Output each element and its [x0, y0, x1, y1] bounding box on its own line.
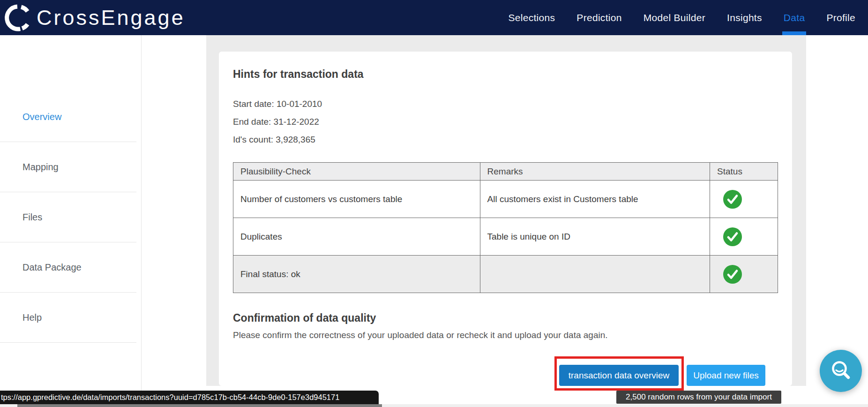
sidebar: Overview Mapping Files Data Package Help: [0, 35, 142, 407]
sidebar-item-mapping[interactable]: Mapping: [0, 142, 136, 192]
table-row-final-status: Final status: ok: [233, 256, 778, 293]
upload-new-files-button[interactable]: Upload new files: [687, 365, 765, 386]
import-info: Start date: 10-01-2010 End date: 31-12-2…: [233, 98, 778, 146]
start-date-line: Start date: 10-01-2010: [233, 98, 778, 111]
transaction-data-overview-button[interactable]: transaction data overview: [559, 365, 679, 386]
confirmation-title: Confirmation of data quality: [233, 312, 778, 324]
nav-item-selections[interactable]: Selections: [508, 0, 555, 35]
horizontal-scrollbar[interactable]: [0, 404, 868, 407]
screen: CrossEngage Selections Prediction Model …: [0, 0, 868, 407]
table-row: Duplicates Table is unique on ID: [233, 218, 778, 256]
nav-item-data[interactable]: Data: [784, 0, 805, 35]
crossengage-logo-icon: [4, 3, 33, 32]
hints-card: Hints for transaction data Start date: 1…: [219, 52, 792, 386]
top-navbar: CrossEngage Selections Prediction Model …: [0, 0, 868, 35]
header-remarks: Remarks: [480, 163, 710, 181]
status-cell: [710, 181, 778, 218]
plausibility-cell: Number of customers vs customers table: [233, 181, 480, 218]
nav-item-profile[interactable]: Profile: [826, 0, 855, 35]
sidebar-item-help[interactable]: Help: [0, 293, 136, 343]
ids-count-line: Id's count: 3,928,365: [233, 133, 778, 146]
status-ok-check-icon: [723, 190, 742, 209]
remarks-cell: All customers exist in Customers table: [480, 181, 710, 218]
status-ok-check-icon: [723, 265, 742, 284]
plausibility-cell: Duplicates: [233, 218, 480, 256]
header-plausibility-check: Plausibility-Check: [233, 163, 480, 181]
nav-item-model-builder[interactable]: Model Builder: [644, 0, 705, 35]
browser-status-bar: tps://app.gpredictive.de/data/imports/tr…: [0, 391, 379, 404]
status-ok-check-icon: [723, 227, 742, 246]
nav-item-prediction[interactable]: Prediction: [576, 0, 621, 35]
status-cell: [710, 256, 778, 293]
sidebar-item-files[interactable]: Files: [0, 192, 136, 242]
sidebar-item-overview[interactable]: Overview: [0, 92, 136, 142]
brand[interactable]: CrossEngage: [4, 0, 185, 35]
tooltip: 2,500 random rows from your data import: [616, 391, 781, 404]
remarks-cell: [480, 256, 710, 293]
status-cell: [710, 218, 778, 256]
primary-nav: Selections Prediction Model Builder Insi…: [508, 0, 855, 35]
plausibility-table: Plausibility-Check Remarks Status Number…: [233, 162, 778, 293]
nav-item-insights[interactable]: Insights: [727, 0, 762, 35]
sidebar-item-data-package[interactable]: Data Package: [0, 242, 136, 293]
brand-name: CrossEngage: [37, 0, 185, 35]
magnifier-smile-icon: [829, 359, 853, 383]
table-row: Number of customers vs customers table A…: [233, 181, 778, 218]
feedback-fab-button[interactable]: [820, 350, 862, 392]
horizontal-scrollbar-thumb[interactable]: [17, 404, 382, 407]
sidebar-menu: Overview Mapping Files Data Package Help: [0, 92, 141, 343]
confirmation-text: Please confirm the correctness of your u…: [233, 329, 778, 341]
remarks-cell: Table is unique on ID: [480, 218, 710, 256]
end-date-line: End date: 31-12-2022: [233, 115, 778, 128]
header-status: Status: [710, 163, 778, 181]
card-title: Hints for transaction data: [233, 68, 778, 81]
table-header-row: Plausibility-Check Remarks Status: [233, 163, 778, 181]
plausibility-cell: Final status: ok: [233, 256, 480, 293]
